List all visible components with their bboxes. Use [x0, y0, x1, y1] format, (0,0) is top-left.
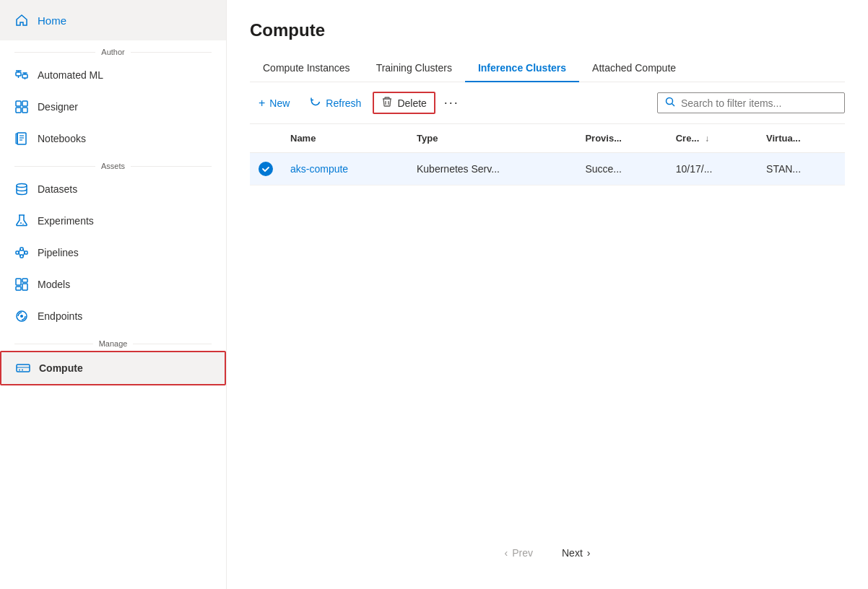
- cell-virtual: STAN...: [758, 153, 845, 186]
- plus-icon: +: [259, 97, 265, 110]
- svg-rect-26: [22, 284, 27, 290]
- tab-attached-compute[interactable]: Attached Compute: [579, 55, 689, 82]
- main-content: Compute Compute Instances Training Clust…: [227, 0, 868, 589]
- cell-type: Kubernetes Serv...: [408, 153, 576, 186]
- sidebar-item-models-label: Models: [38, 279, 70, 290]
- ellipsis-icon: ···: [444, 95, 459, 110]
- svg-rect-2: [16, 101, 21, 106]
- sidebar: Home Author Automated ML Desi: [0, 0, 227, 589]
- col-created[interactable]: Cre... ↓: [667, 124, 758, 153]
- models-icon: [14, 277, 29, 292]
- chevron-left-icon: ‹: [505, 547, 508, 559]
- toolbar: + New Refresh Delete ···: [250, 82, 845, 124]
- svg-point-14: [22, 224, 24, 225]
- sidebar-item-endpoints-label: Endpoints: [38, 310, 82, 322]
- svg-point-32: [22, 370, 23, 371]
- notebooks-icon: [14, 131, 29, 146]
- svg-rect-10: [16, 134, 17, 144]
- svg-rect-5: [22, 108, 27, 113]
- table-container: Name Type Provis... Cre... ↓ Virtua...: [250, 124, 845, 531]
- delete-button[interactable]: Delete: [373, 92, 435, 114]
- automated-ml-icon: [14, 68, 29, 82]
- svg-rect-4: [16, 108, 21, 113]
- author-section: Author: [0, 40, 226, 59]
- tab-compute-instances[interactable]: Compute Instances: [250, 55, 363, 82]
- sidebar-item-experiments[interactable]: Experiments: [0, 205, 226, 237]
- svg-point-31: [19, 370, 20, 371]
- sidebar-item-automated-ml[interactable]: Automated ML: [0, 59, 226, 91]
- svg-rect-15: [16, 251, 19, 254]
- next-button[interactable]: Next ›: [550, 543, 602, 563]
- col-virtual: Virtua...: [758, 124, 845, 153]
- svg-point-13: [20, 222, 22, 224]
- svg-line-22: [23, 253, 25, 256]
- assets-section: Assets: [0, 154, 226, 173]
- svg-rect-25: [22, 279, 27, 282]
- cell-provisioning: Succe...: [576, 153, 667, 186]
- svg-point-28: [20, 315, 23, 318]
- sidebar-item-compute-label: Compute: [39, 362, 83, 374]
- sidebar-item-automated-ml-label: Automated ML: [38, 69, 103, 81]
- page-title: Compute: [250, 20, 845, 40]
- delete-icon: [381, 96, 393, 110]
- svg-line-20: [19, 253, 20, 256]
- new-button[interactable]: + New: [250, 92, 298, 114]
- col-checkbox: [250, 124, 282, 153]
- home-icon: [14, 13, 29, 27]
- sidebar-item-designer[interactable]: Designer: [0, 91, 226, 123]
- tab-inference-clusters[interactable]: Inference Clusters: [465, 55, 579, 82]
- svg-line-19: [19, 249, 20, 253]
- table-row[interactable]: aks-compute Kubernetes Serv... Succe... …: [250, 153, 845, 186]
- sidebar-item-models[interactable]: Models: [0, 269, 226, 300]
- svg-rect-3: [22, 101, 27, 106]
- col-type: Type: [408, 124, 576, 153]
- svg-rect-23: [16, 279, 21, 285]
- sidebar-item-designer-label: Designer: [38, 101, 78, 113]
- tab-training-clusters[interactable]: Training Clusters: [363, 55, 465, 82]
- col-name: Name: [282, 124, 408, 153]
- row-checkbox-cell[interactable]: [250, 153, 282, 186]
- svg-rect-1: [22, 74, 27, 78]
- svg-rect-0: [16, 72, 21, 76]
- tabs-container: Compute Instances Training Clusters Infe…: [250, 55, 845, 82]
- refresh-button[interactable]: Refresh: [301, 92, 370, 114]
- search-icon: [665, 97, 675, 109]
- refresh-icon: [310, 96, 321, 110]
- sidebar-item-pipelines-label: Pipelines: [38, 247, 79, 258]
- endpoints-icon: [14, 309, 29, 323]
- sort-icon: ↓: [705, 134, 709, 144]
- sidebar-item-datasets[interactable]: Datasets: [0, 173, 226, 205]
- compute-table: Name Type Provis... Cre... ↓ Virtua...: [250, 124, 845, 186]
- row-selected-indicator: [259, 162, 273, 176]
- more-options-button[interactable]: ···: [438, 91, 465, 115]
- svg-rect-17: [20, 255, 23, 258]
- svg-rect-16: [20, 248, 23, 250]
- sidebar-item-home[interactable]: Home: [0, 0, 226, 40]
- pipelines-icon: [14, 245, 29, 260]
- svg-rect-18: [25, 251, 27, 254]
- sidebar-item-notebooks[interactable]: Notebooks: [0, 123, 226, 154]
- col-provisioning: Provis...: [576, 124, 667, 153]
- datasets-icon: [14, 182, 29, 196]
- pagination: ‹ Prev Next ›: [250, 531, 845, 575]
- search-input[interactable]: [681, 97, 837, 109]
- sidebar-item-compute[interactable]: Compute: [0, 351, 226, 385]
- manage-section: Manage: [0, 332, 226, 351]
- svg-line-34: [672, 104, 675, 107]
- chevron-right-icon: ›: [587, 547, 591, 559]
- prev-button[interactable]: ‹ Prev: [493, 543, 544, 563]
- compute-name-link[interactable]: aks-compute: [290, 163, 348, 175]
- experiments-icon: [14, 214, 29, 228]
- designer-icon: [14, 100, 29, 114]
- sidebar-item-datasets-label: Datasets: [38, 183, 77, 195]
- sidebar-item-endpoints[interactable]: Endpoints: [0, 300, 226, 332]
- svg-rect-29: [17, 365, 30, 372]
- sidebar-item-experiments-label: Experiments: [38, 215, 94, 227]
- svg-rect-6: [17, 133, 26, 144]
- svg-line-21: [23, 249, 25, 253]
- cell-name[interactable]: aks-compute: [282, 153, 408, 186]
- sidebar-item-pipelines[interactable]: Pipelines: [0, 237, 226, 269]
- svg-rect-24: [16, 287, 21, 290]
- search-box[interactable]: [657, 92, 845, 113]
- sidebar-item-notebooks-label: Notebooks: [38, 133, 86, 144]
